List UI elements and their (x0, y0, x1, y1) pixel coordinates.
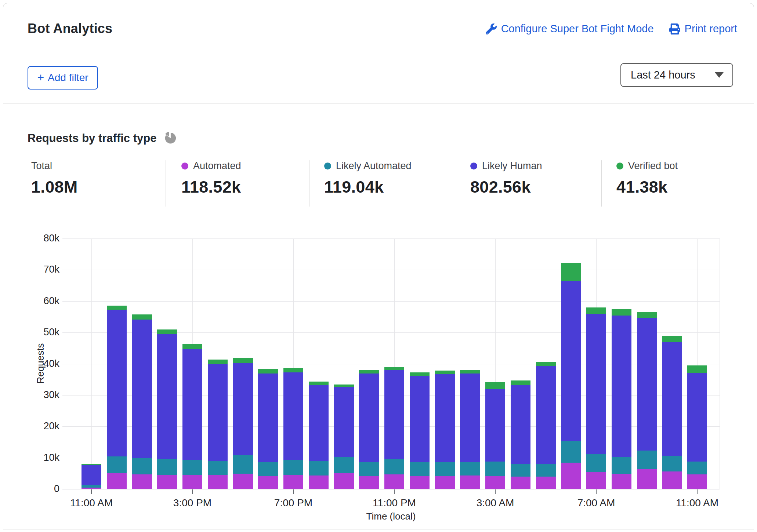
bar-segment-likely-automated (460, 462, 480, 476)
bar-segment-verified-bot (157, 329, 177, 335)
bar-segment-likely-automated (82, 485, 101, 488)
bar[interactable] (208, 360, 228, 489)
bar[interactable] (612, 309, 631, 489)
bar[interactable] (460, 370, 480, 489)
stat-verified-bot-label: Verified bot (628, 160, 678, 172)
bar[interactable] (536, 362, 556, 489)
time-range-value: Last 24 hours (631, 69, 695, 81)
bar-segment-likely-automated (132, 458, 152, 474)
bar-segment-likely-human (460, 374, 480, 462)
bar[interactable] (586, 307, 606, 489)
bar-segment-verified-bot (612, 309, 631, 316)
bar[interactable] (283, 368, 303, 489)
bar-segment-likely-human (132, 320, 152, 458)
bar[interactable] (561, 263, 581, 489)
bar-segment-likely-automated (511, 464, 530, 477)
bar[interactable] (82, 464, 101, 489)
bar-segment-automated (384, 474, 404, 489)
configure-super-bot-fight-mode-link[interactable]: Configure Super Bot Fight Mode (486, 23, 654, 35)
bar-segment-likely-automated (107, 456, 127, 473)
bar[interactable] (435, 371, 455, 489)
stat-likely-automated: Likely Automated 119.04k (324, 160, 412, 197)
stat-likely-automated-value: 119.04k (324, 178, 412, 197)
stat-total: Total 1.08M (31, 160, 78, 197)
bar-segment-likely-automated (309, 461, 329, 475)
bar-segment-likely-automated (208, 461, 228, 475)
bar-segment-automated (208, 475, 228, 489)
bar[interactable] (309, 382, 329, 489)
bar-segment-likely-automated (384, 459, 404, 474)
stat-verified-bot: Verified bot 41.38k (616, 160, 678, 197)
bar-segment-likely-human (107, 310, 127, 456)
bar-segment-automated (662, 471, 682, 489)
bar-segment-verified-bot (637, 312, 657, 318)
bar-segment-automated (586, 472, 606, 489)
bottom-divider (3, 529, 754, 529)
automated-dot-icon (181, 163, 188, 170)
bar[interactable] (511, 380, 530, 489)
bar-segment-likely-automated (586, 454, 606, 472)
bar[interactable] (233, 358, 253, 489)
bar-segment-automated (82, 488, 101, 489)
bar-segment-verified-bot (536, 362, 556, 366)
bar-segment-automated (334, 473, 354, 489)
bar-segment-verified-bot (586, 307, 606, 314)
bar[interactable] (182, 344, 202, 489)
bar[interactable] (637, 312, 657, 489)
bar-segment-verified-bot (435, 371, 455, 374)
bar-segment-automated (687, 474, 707, 489)
bar-segment-likely-automated (637, 451, 657, 469)
bar[interactable] (107, 306, 127, 489)
bar[interactable] (384, 367, 404, 489)
bar-segment-likely-human (82, 465, 101, 485)
likely-automated-dot-icon (324, 163, 331, 170)
bar[interactable] (410, 372, 430, 489)
likely-human-dot-icon (470, 163, 477, 170)
bar-segment-automated (132, 474, 152, 489)
bar-segment-automated (258, 476, 278, 489)
bar-segment-verified-bot (107, 306, 127, 310)
bar[interactable] (662, 336, 682, 489)
add-filter-button[interactable]: + Add filter (28, 66, 98, 90)
bar-segment-automated (561, 463, 581, 489)
bar[interactable] (687, 365, 707, 489)
bar[interactable] (359, 370, 379, 489)
bar-segment-likely-automated (359, 462, 379, 476)
bar[interactable] (157, 329, 177, 489)
bar-segment-verified-bot (132, 314, 152, 320)
bar-segment-likely-human (485, 389, 505, 462)
bar-segment-likely-human (182, 349, 202, 460)
bar-segment-likely-automated (334, 457, 354, 473)
bar-segment-likely-automated (485, 462, 505, 476)
stat-separator (601, 160, 602, 207)
bar-segment-likely-human (435, 374, 455, 463)
add-filter-label: Add filter (48, 72, 88, 84)
stat-likely-human-label: Likely Human (482, 160, 542, 172)
bar-segment-likely-human (384, 370, 404, 459)
bar[interactable] (132, 314, 152, 489)
bar-segment-likely-human (258, 374, 278, 462)
bar-segment-likely-automated (258, 462, 278, 476)
bar-segment-likely-human (637, 318, 657, 451)
bar-segment-verified-bot (384, 367, 404, 370)
stat-automated-label: Automated (193, 160, 241, 172)
bar-segment-likely-human (536, 366, 556, 464)
bar-segment-automated (359, 476, 379, 489)
bar[interactable] (258, 369, 278, 489)
bar-segment-verified-bot (258, 369, 278, 374)
bar-segment-likely-automated (182, 460, 202, 475)
print-report-link[interactable]: Print report (669, 23, 737, 35)
bar[interactable] (485, 382, 505, 489)
bar-segment-likely-human (511, 385, 530, 464)
page-title: Bot Analytics (28, 21, 112, 36)
bar-segment-likely-human (359, 374, 379, 462)
bar-segment-verified-bot (359, 370, 379, 374)
bar-segment-automated (157, 475, 177, 489)
bar-segment-automated (536, 477, 556, 489)
bar-segment-likely-automated (283, 460, 303, 475)
time-range-dropdown[interactable]: Last 24 hours (620, 63, 733, 87)
bar-segment-likely-automated (561, 441, 581, 463)
bar[interactable] (334, 385, 354, 489)
stat-likely-human-value: 802.56k (470, 178, 542, 197)
bar-segment-likely-automated (687, 462, 707, 474)
